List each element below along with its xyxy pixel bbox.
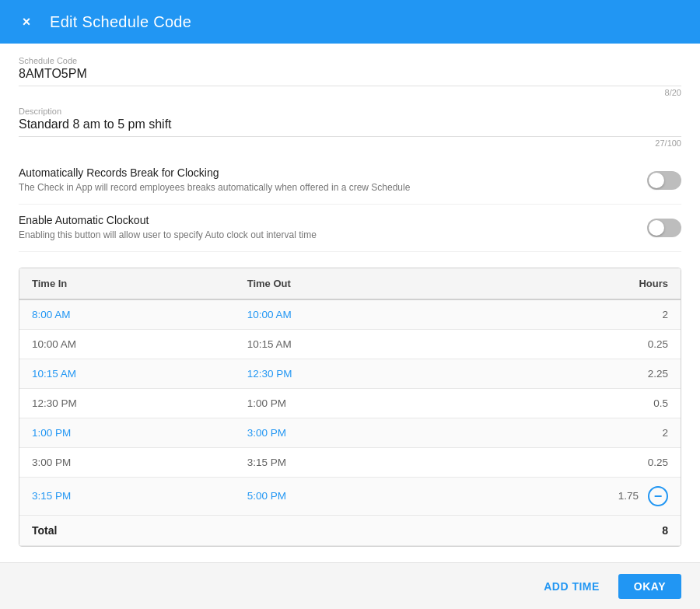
time-in-link[interactable]: 1:00 PM	[32, 427, 71, 439]
cell-time-out[interactable]: 10:00 AM	[235, 299, 450, 330]
okay-button[interactable]: OKAY	[618, 574, 681, 599]
cell-time-out[interactable]: 5:00 PM	[235, 477, 450, 515]
table-row: 8:00 AM10:00 AM2	[19, 299, 681, 330]
dialog-body: Schedule Code 8AMTO5PM 8/20 Description …	[0, 44, 700, 562]
schedule-code-value[interactable]: 8AMTO5PM	[19, 67, 681, 86]
table-header-row: Time In Time Out Hours	[19, 268, 681, 299]
hours-value: 2	[662, 309, 668, 320]
cell-time-in[interactable]: 1:00 PM	[19, 418, 235, 447]
description-label: Description	[19, 107, 681, 116]
cell-hours: 0.25	[450, 447, 681, 477]
time-out-link[interactable]: 3:00 PM	[247, 427, 286, 439]
dialog-footer: ADD TIME OKAY	[0, 562, 700, 609]
auto-clockout-desc: Enabling this button will allow user to …	[19, 229, 635, 242]
cell-time-out: 10:15 AM	[235, 329, 450, 359]
auto-break-toggle[interactable]	[647, 171, 681, 190]
cell-time-out: 1:00 PM	[235, 388, 450, 418]
cell-time-out[interactable]: 12:30 PM	[235, 359, 450, 388]
cell-time-in[interactable]: 3:15 PM	[19, 477, 235, 515]
close-button[interactable]: ×	[16, 11, 37, 33]
auto-clockout-toggle-row: Enable Automatic Clockout Enabling this …	[19, 205, 681, 252]
cell-hours: 2.25	[450, 359, 681, 388]
auto-clockout-text: Enable Automatic Clockout Enabling this …	[19, 214, 647, 242]
total-label: Total	[19, 515, 235, 545]
dialog-title: Edit Schedule Code	[50, 13, 191, 31]
table-row: 3:00 PM3:15 PM0.25	[19, 447, 681, 477]
total-empty	[235, 515, 450, 545]
schedule-code-label: Schedule Code	[19, 56, 681, 65]
dialog-header: × Edit Schedule Code	[0, 0, 700, 44]
time-in-link[interactable]: 10:15 AM	[32, 368, 76, 380]
table-row: 3:15 PM5:00 PM1.75−	[19, 477, 681, 515]
time-out-link[interactable]: 12:30 PM	[247, 368, 292, 380]
cell-time-in: 12:30 PM	[19, 388, 235, 418]
cell-hours: 0.25	[450, 329, 681, 359]
cell-hours: 2	[450, 299, 681, 330]
schedule-code-counter: 8/20	[19, 88, 681, 97]
description-counter: 27/100	[19, 138, 681, 148]
table-row: 10:15 AM12:30 PM2.25	[19, 359, 681, 388]
description-value[interactable]: Standard 8 am to 5 pm shift	[19, 117, 681, 137]
cell-time-in[interactable]: 10:15 AM	[19, 359, 235, 388]
col-header-time-in: Time In	[19, 268, 235, 299]
hours-value: 0.25	[648, 457, 668, 468]
cell-hours: 0.5	[450, 388, 681, 418]
auto-clockout-toggle[interactable]	[647, 219, 681, 237]
cell-hours: 1.75−	[450, 477, 681, 515]
auto-break-desc: The Check in App will record employees b…	[19, 181, 635, 194]
hours-value: 0.5	[653, 397, 668, 409]
time-in-link[interactable]: 3:15 PM	[32, 490, 71, 502]
remove-time-button[interactable]: −	[648, 486, 668, 506]
time-in-link[interactable]: 8:00 AM	[32, 309, 71, 320]
cell-time-in: 3:00 PM	[19, 447, 235, 477]
hours-value: 2.25	[648, 368, 668, 380]
cell-hours: 2	[450, 418, 681, 447]
col-header-time-out: Time Out	[235, 268, 450, 299]
schedule-code-field: Schedule Code 8AMTO5PM 8/20	[19, 56, 681, 97]
auto-clockout-title: Enable Automatic Clockout	[19, 214, 635, 226]
time-table-container: Time In Time Out Hours 8:00 AM10:00 AM21…	[19, 268, 681, 547]
auto-break-text: Automatically Records Break for Clocking…	[19, 166, 647, 194]
cell-time-out[interactable]: 3:00 PM	[235, 418, 450, 447]
auto-break-title: Automatically Records Break for Clocking	[19, 166, 635, 179]
description-field: Description Standard 8 am to 5 pm shift …	[19, 107, 681, 148]
auto-break-toggle-row: Automatically Records Break for Clocking…	[19, 157, 681, 205]
hours-value: 0.25	[648, 338, 668, 350]
time-out-link[interactable]: 10:00 AM	[247, 309, 292, 320]
total-hours: 8	[450, 515, 681, 545]
cell-time-out: 3:15 PM	[235, 447, 450, 477]
hours-value: 2	[662, 427, 668, 439]
table-row: 12:30 PM1:00 PM0.5	[19, 388, 681, 418]
total-row: Total 8	[19, 515, 681, 545]
time-out-link[interactable]: 5:00 PM	[247, 490, 286, 502]
col-header-hours: Hours	[450, 268, 681, 299]
time-table: Time In Time Out Hours 8:00 AM10:00 AM21…	[19, 268, 681, 546]
add-time-button[interactable]: ADD TIME	[531, 574, 612, 599]
hours-value: 1.75	[618, 489, 639, 501]
cell-time-in: 10:00 AM	[19, 329, 235, 359]
table-row: 10:00 AM10:15 AM0.25	[19, 329, 681, 359]
table-row: 1:00 PM3:00 PM2	[19, 418, 681, 447]
edit-schedule-dialog: × Edit Schedule Code Schedule Code 8AMTO…	[0, 0, 700, 609]
cell-time-in[interactable]: 8:00 AM	[19, 299, 235, 330]
